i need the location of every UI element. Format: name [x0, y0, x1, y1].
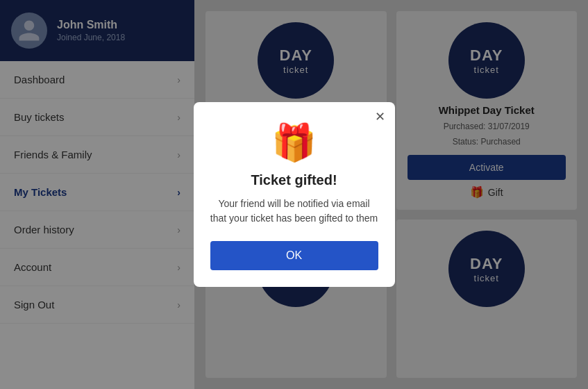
- app-container: John Smith Joined June, 2018 Dashboard ›…: [0, 0, 588, 389]
- modal-overlay: ✕ 🎁 Ticket gifted! Your friend will be n…: [0, 0, 588, 389]
- modal-close-button[interactable]: ✕: [375, 110, 385, 123]
- modal-message: Your friend will be notified via email t…: [210, 197, 378, 226]
- modal: ✕ 🎁 Ticket gifted! Your friend will be n…: [194, 102, 395, 287]
- modal-gift-icon: 🎁: [271, 122, 317, 164]
- modal-title: Ticket gifted!: [251, 172, 337, 188]
- modal-ok-button[interactable]: OK: [210, 241, 378, 270]
